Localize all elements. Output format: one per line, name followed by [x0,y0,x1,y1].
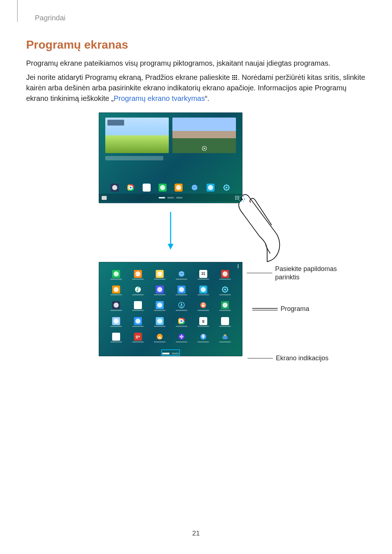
internet-icon [191,184,199,192]
instructions-part-a: Jei norite atidaryti Programų ekraną, Pr… [26,73,232,81]
callout-more-options: Pasiekite papildomas parinktis [247,265,359,281]
svg-point-19 [160,185,165,190]
svg-point-50 [114,287,119,292]
office-icon [107,317,126,330]
phone-icon [107,270,126,283]
svg-point-75 [135,319,140,324]
phone-icon [159,184,167,192]
indicator-highlight [161,349,180,356]
home-dock [99,184,242,192]
svg-point-18 [144,185,149,190]
svg-point-54 [179,287,184,292]
contacts-icon [128,270,147,283]
search-bar-placeholder [105,156,163,160]
apps-management-link[interactable]: Programų ekrano tvarkymas [114,94,205,102]
calendar-icon: 31 [194,270,213,283]
svg-point-76 [157,319,162,324]
intro-paragraph: Programų ekrane pateikiamos visų program… [26,58,366,69]
svg-rect-27 [228,187,230,188]
photos-icon [172,333,191,345]
svg-point-73 [222,303,228,308]
svg-rect-58 [225,286,225,288]
maps-icon [194,333,213,345]
svg-rect-25 [226,184,227,186]
email-icon [107,286,126,298]
apps-screen-screenshot: 31gg+ [99,262,242,356]
webex-icon [150,317,169,330]
camera-icon [172,286,191,298]
svg-rect-60 [227,289,228,290]
s-health-icon [128,317,147,330]
svg-rect-7 [234,79,235,80]
multi-app-icon [111,184,119,192]
svg-point-83 [222,319,228,324]
apps-grid: 31gg+ [107,270,234,345]
svg-point-21 [192,185,197,190]
lock-app-icon [194,301,213,314]
svg-point-49 [222,271,228,276]
svg-point-68 [157,303,162,308]
figure: 31gg+ Pasiekite papildomas parinktis Pro… [26,112,366,370]
svg-point-22 [208,185,213,190]
video-icon [150,286,169,298]
instructions-paragraph: Jei norite atidaryti Programų ekraną, Pr… [26,72,366,104]
home-indicator-1 [159,197,165,198]
help-icon [150,301,169,314]
apps-grid-icon [232,73,238,83]
svg-rect-2 [236,75,237,76]
transition-arrow-icon [167,211,174,250]
internet-icon [172,270,191,283]
voice-rec-icon [172,301,191,314]
voice-search-icon [216,317,234,330]
svg-rect-1 [234,75,235,76]
drive-icon [216,333,234,345]
my-files-icon [150,270,169,283]
svg-point-24 [226,187,228,189]
svg-point-86 [159,336,160,337]
svg-point-11 [112,185,117,190]
header-divider [17,0,18,22]
svg-point-67 [135,303,140,308]
svg-point-84 [114,334,119,339]
gmail-icon [107,333,126,345]
svg-point-53 [157,287,162,292]
email-icon [175,184,183,192]
music-icon [128,286,147,298]
photo-widget [172,118,236,153]
main-content: Programų ekranas Programų ekrane pateiki… [26,38,366,370]
svg-point-46 [135,271,140,276]
svg-rect-64 [222,289,223,290]
svg-point-66 [114,303,119,308]
play-store-icon [143,184,151,192]
svg-rect-4 [234,77,235,78]
google-search-icon: g [194,317,213,330]
hangouts-icon [216,301,234,314]
callout-indicators: Ekrano indikacijos [248,354,328,362]
breadcrumb: Pagrindai [35,14,66,22]
home-indicator-3 [176,197,183,198]
recent-apps-icon [102,196,107,200]
calculator-icon [107,301,126,314]
svg-point-57 [224,289,226,291]
svg-rect-29 [226,189,227,191]
svg-point-89 [203,335,204,336]
svg-marker-10 [204,148,205,149]
home-indicator-2 [167,197,174,198]
youtube-icon [216,270,234,283]
svg-point-45 [114,271,119,276]
home-screen-screenshot [99,112,242,203]
svg-rect-70 [181,303,182,306]
svg-marker-44 [168,244,173,250]
weather-widget [105,118,169,153]
gallery-icon [207,184,215,192]
clock-icon [128,301,147,314]
callout-app: Programa [252,305,309,313]
svg-rect-0 [232,75,233,76]
section-heading: Programų ekranas [26,38,366,52]
more-options-icon [237,264,240,268]
chrome-icon [127,184,135,192]
svg-rect-62 [225,291,225,293]
instructions-part-c: “. [205,94,209,102]
svg-rect-5 [236,77,237,78]
chrome-icon [172,317,191,330]
